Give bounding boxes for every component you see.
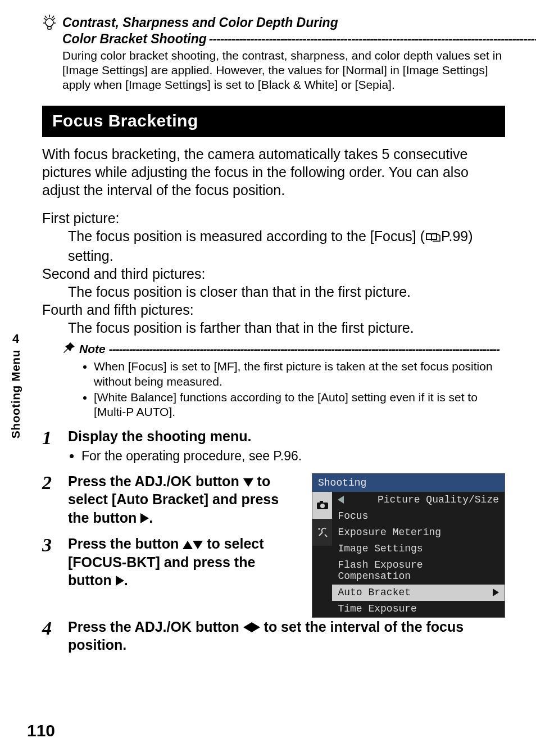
side-tab: 4 Shooting Menu: [0, 332, 31, 438]
tip-body: During color bracket shooting, the contr…: [62, 48, 505, 93]
lcd-tab-tools-icon[interactable]: [312, 519, 332, 546]
step-4: 4 Press the ADJ./OK button to set the in…: [42, 618, 505, 654]
lcd-tabs: [312, 492, 332, 617]
lcd-item-label: Image Settings: [338, 543, 423, 554]
lcd-title: Shooting: [312, 474, 505, 492]
step-title: Display the shooting menu.: [68, 427, 505, 446]
tip-title-line1: Contrast, Sharpness and Color Depth Duri…: [62, 15, 536, 31]
step2-text-a: Press the ADJ./OK button: [68, 473, 243, 489]
lcd-item[interactable]: Time Exposure: [332, 601, 505, 617]
first-picture-body-pre: The focus position is measured according…: [68, 228, 425, 244]
second-picture-label: Second and third pictures:: [42, 265, 505, 283]
step-number: 1: [42, 428, 58, 464]
step3-text-a: Press the button: [68, 536, 183, 551]
svg-rect-1: [48, 26, 51, 29]
side-tab-label: Shooting Menu: [9, 350, 22, 438]
step3-text-c: .: [124, 572, 128, 588]
right-arrow-icon: [140, 513, 149, 523]
note-item: [White Balance] functions according to t…: [94, 390, 505, 420]
step2-text-c: .: [149, 510, 153, 526]
note-list: When [Focus] is set to [MF], the first p…: [62, 359, 505, 419]
bulb-icon: [42, 13, 57, 33]
note-title: Note: [79, 342, 106, 356]
lcd-item[interactable]: Flash Exposure Compensation: [332, 557, 505, 585]
first-picture-body: The focus position is measured according…: [68, 227, 505, 265]
lcd-item[interactable]: Focus: [332, 508, 505, 524]
intro-paragraph: With focus bracketing, the camera automa…: [42, 145, 505, 199]
step-1: 1 Display the shooting menu. For the ope…: [42, 427, 505, 464]
note-pin-icon: [62, 341, 76, 357]
side-tab-number: 4: [0, 332, 31, 346]
lcd-item-label: Focus: [338, 510, 368, 522]
right-caret-icon: [493, 588, 499, 596]
step-2: 2 Press the ADJ./OK button to select [Au…: [42, 472, 301, 527]
right-arrow-icon: [116, 576, 124, 586]
step-title: Press the ADJ./OK button to set the inte…: [68, 618, 505, 654]
svg-line-4: [53, 18, 56, 20]
lcd-list: Picture Quality/Size Focus Exposure Mete…: [332, 492, 505, 617]
step-title: Press the button to select [FOCUS-BKT] a…: [68, 535, 301, 590]
right-arrow-icon: [252, 622, 260, 632]
fourth-picture-body: The focus position is farther than that …: [68, 319, 505, 337]
lcd-item-label: Flash Exposure Compensation: [338, 559, 499, 582]
svg-line-3: [44, 18, 46, 20]
second-picture-body: The focus position is closer than that i…: [68, 283, 505, 301]
note-dashes: ----------------------------------------…: [109, 342, 505, 356]
left-caret-icon: [338, 496, 344, 504]
section-heading: Focus Bracketing: [42, 106, 505, 137]
down-arrow-icon: [243, 478, 253, 487]
lcd-item-label: Exposure Metering: [338, 527, 441, 538]
note-item: When [Focus] is set to [MF], the first p…: [94, 359, 505, 389]
up-arrow-icon: [183, 541, 193, 549]
svg-point-0: [46, 19, 53, 26]
step-title: Press the ADJ./OK button to select [Auto…: [68, 472, 301, 527]
tip-title-line2: Color Bracket Shooting: [62, 31, 207, 47]
lcd-item[interactable]: Picture Quality/Size: [332, 492, 505, 508]
lcd-item-label: Picture Quality/Size: [378, 494, 499, 505]
lcd-item-label: Auto Bracket: [338, 587, 411, 598]
down-arrow-icon: [193, 541, 203, 549]
page-ref-icon: [425, 229, 440, 247]
svg-line-8: [52, 16, 54, 18]
step-number: 2: [42, 473, 58, 527]
lcd-menu: Shooting Picture Quality/Size Focus: [312, 473, 505, 618]
svg-rect-10: [320, 501, 323, 503]
step-number: 3: [42, 536, 58, 590]
step-3: 3 Press the button to select [FOCUS-BKT]…: [42, 535, 301, 590]
lcd-item-label: Time Exposure: [338, 603, 416, 614]
left-arrow-icon: [243, 622, 252, 632]
first-picture-label: First picture:: [42, 209, 505, 227]
lcd-item[interactable]: Exposure Metering: [332, 524, 505, 541]
tip-title-dashes: ----------------------------------------…: [207, 31, 536, 44]
step4-text-a: Press the ADJ./OK button: [68, 619, 243, 635]
step-number: 4: [42, 619, 58, 654]
note-block: Note -----------------------------------…: [62, 341, 505, 419]
lcd-tab-camera-icon[interactable]: [312, 492, 332, 519]
pictures-block: First picture: The focus position is mea…: [42, 209, 505, 337]
lcd-item-selected[interactable]: Auto Bracket: [332, 585, 505, 601]
step-sub: For the operating procedure, see P.96.: [81, 448, 505, 464]
svg-line-7: [45, 16, 47, 18]
steps: 1 Display the shooting menu. For the ope…: [42, 427, 505, 654]
svg-point-11: [320, 504, 325, 508]
tip-block: Contrast, Sharpness and Color Depth Duri…: [42, 15, 505, 92]
lcd-item[interactable]: Image Settings: [332, 541, 505, 557]
fourth-picture-label: Fourth and fifth pictures:: [42, 301, 505, 319]
page-number: 110: [27, 721, 55, 740]
